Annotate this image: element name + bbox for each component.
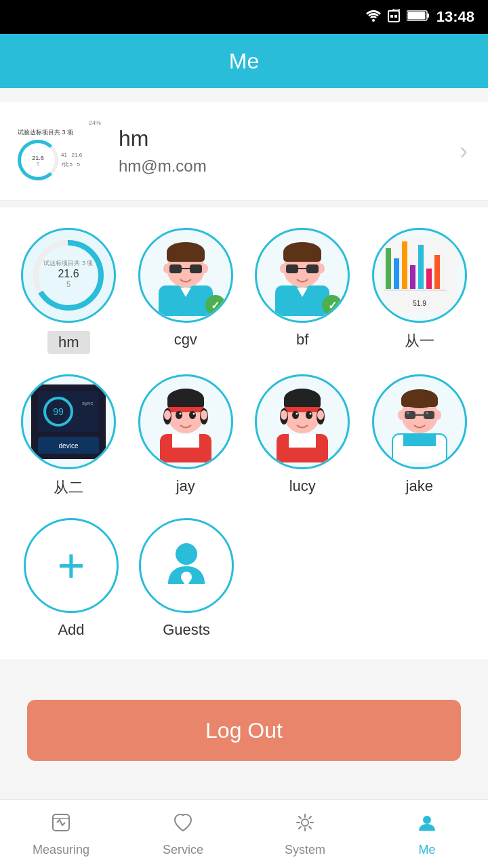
user-label-jake: jake [406, 477, 433, 495]
profile-email: hm@m.com [119, 157, 439, 176]
wifi-icon [366, 9, 381, 25]
user-item-cong2[interactable]: 99 sync device 从二 [14, 374, 124, 498]
badge-v-bf: ✓ [322, 295, 342, 315]
svg-rect-35 [402, 241, 407, 289]
svg-point-73 [317, 410, 324, 420]
logout-section: Log Out [0, 659, 488, 802]
page-header: Me [0, 34, 488, 88]
user-item-cgv[interactable]: ✓ cgv [131, 228, 241, 354]
svg-text:device: device [59, 442, 79, 450]
svg-point-91 [176, 543, 197, 565]
svg-rect-36 [410, 265, 415, 289]
user-grid: 试达标项目共 3 项 21.6 5 hm [14, 228, 474, 498]
user-item-cong1[interactable]: 51.9 从一 [365, 228, 475, 354]
profile-chevron-icon[interactable]: › [453, 130, 474, 172]
measuring-label: Measuring [33, 843, 89, 857]
user-item-lucy[interactable]: lucy [247, 374, 358, 498]
svg-point-95 [302, 819, 308, 826]
measuring-icon [50, 812, 72, 839]
svg-point-75 [306, 411, 312, 419]
svg-rect-28 [286, 264, 298, 273]
svg-rect-19 [190, 264, 202, 273]
svg-point-62 [192, 413, 195, 415]
me-icon [416, 812, 438, 839]
user-item-bf[interactable]: ✓ bf [247, 228, 358, 354]
user-label-cong1: 从一 [405, 331, 434, 351]
nav-item-me[interactable]: Me [366, 800, 488, 868]
svg-point-84 [398, 410, 405, 420]
svg-point-85 [434, 410, 441, 420]
svg-rect-86 [405, 411, 415, 419]
svg-rect-33 [386, 248, 391, 289]
guests-item[interactable]: Guests [132, 518, 241, 639]
user-item-jake[interactable]: jake [365, 374, 475, 498]
profile-info: hm hm@m.com [119, 126, 439, 176]
svg-text:试达标项目共 3 项: 试达标项目共 3 项 [44, 260, 94, 267]
svg-point-58 [201, 410, 207, 420]
svg-rect-15 [167, 250, 205, 262]
add-user-item[interactable]: + Add [17, 518, 125, 639]
user-label-hm: hm [47, 331, 90, 354]
avatar-cong1: 51.9 [372, 228, 467, 323]
svg-rect-29 [306, 264, 319, 273]
svg-point-17 [201, 264, 208, 273]
user-label-bf: bf [296, 331, 308, 349]
profile-thumbnail: 24% 试验达标项目共 3 项 21.6 5 41 21.6 7比5 5 [14, 115, 105, 186]
svg-rect-34 [394, 258, 399, 289]
logout-button[interactable]: Log Out [27, 700, 461, 761]
svg-rect-83 [401, 396, 438, 407]
user-label-jay: jay [176, 477, 195, 495]
svg-rect-5 [427, 14, 429, 18]
svg-point-74 [292, 411, 299, 419]
battery-icon [407, 10, 430, 24]
user-grid-section: 试达标项目共 3 项 21.6 5 hm [0, 208, 488, 659]
svg-point-60 [189, 411, 196, 419]
svg-rect-2 [390, 15, 393, 18]
service-icon [172, 812, 194, 839]
user-item-jay[interactable]: jay [131, 374, 241, 498]
badge-v-cgv: ✓ [205, 295, 226, 315]
nav-item-measuring[interactable]: Measuring [0, 800, 122, 868]
svg-rect-25 [283, 250, 321, 262]
svg-text:51.9: 51.9 [413, 300, 426, 307]
guests-avatar [139, 518, 234, 613]
svg-point-16 [163, 264, 170, 273]
svg-point-57 [164, 410, 171, 420]
svg-rect-87 [424, 411, 434, 419]
user-item-hm[interactable]: 试达标项目共 3 项 21.6 5 hm [14, 228, 124, 354]
svg-rect-38 [426, 269, 432, 289]
svg-point-76 [296, 413, 298, 415]
svg-rect-43 [38, 391, 99, 432]
svg-point-96 [423, 816, 431, 824]
user-label-cong2: 从二 [54, 477, 83, 498]
svg-marker-93 [183, 581, 190, 588]
system-label: System [285, 843, 325, 857]
svg-point-59 [176, 411, 182, 419]
me-label: Me [418, 843, 435, 857]
svg-text:sync: sync [82, 400, 93, 406]
svg-rect-80 [403, 434, 436, 446]
profile-name: hm [119, 126, 439, 151]
svg-point-0 [372, 19, 375, 22]
svg-point-90 [426, 412, 428, 414]
svg-rect-1 [388, 11, 399, 22]
nav-item-system[interactable]: System [244, 800, 366, 868]
profile-card[interactable]: 24% 试验达标项目共 3 项 21.6 5 41 21.6 7比5 5 hm … [0, 102, 488, 201]
add-avatar: + [24, 518, 119, 613]
svg-point-26 [280, 264, 287, 273]
svg-text:99: 99 [53, 406, 64, 417]
nav-item-service[interactable]: Service [122, 800, 244, 868]
clock: 13:48 [436, 8, 474, 26]
svg-text:21.6: 21.6 [58, 268, 79, 279]
svg-rect-37 [418, 245, 424, 289]
svg-point-72 [281, 410, 287, 420]
svg-point-77 [310, 413, 312, 415]
svg-point-89 [407, 412, 409, 414]
svg-rect-53 [167, 397, 204, 408]
svg-point-27 [318, 264, 325, 273]
status-bar: 13:48 [0, 0, 488, 34]
svg-rect-3 [394, 15, 397, 18]
bottom-nav: Measuring Service System Me [0, 800, 488, 868]
svg-rect-39 [434, 255, 440, 289]
avatar-bf: ✓ [255, 228, 350, 323]
